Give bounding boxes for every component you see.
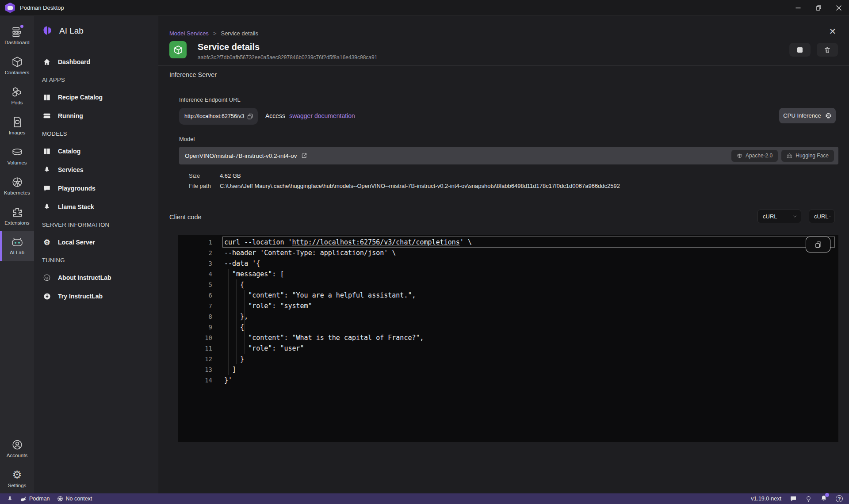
model-bar: OpenVINO/mistral-7B-instruct-v0.2-int4-o…	[179, 147, 838, 164]
sidebar-item-local-server[interactable]: ⚙ Local Server	[34, 233, 158, 252]
sidebar-item-dashboard[interactable]: Dashboard	[34, 53, 158, 71]
rail-item-extensions[interactable]: Extensions	[0, 201, 34, 231]
lightbulb-icon[interactable]	[805, 496, 812, 502]
breadcrumb-model-services[interactable]: Model Services	[169, 30, 209, 37]
version-label: v1.19.0-next	[751, 496, 781, 502]
sidebar-item-label: Catalog	[58, 148, 80, 155]
copy-code-button[interactable]	[806, 237, 830, 252]
sidebar-title: AI Lab	[59, 26, 84, 36]
rail-item-ai-lab[interactable]: AI Lab	[0, 231, 34, 261]
feedback-bubble-icon[interactable]	[790, 495, 797, 502]
kube-context-status[interactable]: No context	[57, 496, 92, 502]
code-text: ' \	[460, 238, 472, 246]
context-label: No context	[66, 496, 92, 502]
sidebar-item-label: About InstructLab	[58, 274, 111, 281]
sidebar-item-catalog[interactable]: Catalog	[34, 142, 158, 160]
close-icon	[836, 5, 842, 11]
line-number: 2	[178, 248, 212, 258]
podman-seal-icon	[20, 496, 27, 502]
rail-item-volumes[interactable]: Volumes	[0, 141, 34, 171]
access-row: Access swagger documentation	[265, 112, 355, 119]
images-icon	[11, 116, 23, 128]
line-number: 1	[178, 237, 212, 248]
notification-dot	[20, 25, 23, 28]
model-name: OpenVINO/mistral-7B-instruct-v0.2-int4-o…	[185, 153, 307, 159]
endpoint-url-label: Inference Endpoint URL	[179, 96, 241, 103]
size-row: Size 4.62 GB	[189, 172, 241, 179]
rail-label: Extensions	[4, 220, 29, 225]
page-title: Service details	[198, 42, 260, 52]
rail-item-pods[interactable]: Pods	[0, 80, 34, 111]
huggingface-badge[interactable]: Hugging Face	[781, 150, 834, 162]
podman-machine-status[interactable]: Podman	[20, 496, 50, 502]
swagger-documentation-link[interactable]: swagger documentation	[289, 112, 355, 119]
sidebar-item-label: Try InstructLab	[58, 293, 103, 300]
breadcrumb-current: Service details	[221, 30, 258, 37]
chevron-down-icon	[829, 214, 831, 219]
scales-icon	[737, 153, 742, 159]
license-badge[interactable]: Apache-2.0	[731, 150, 778, 162]
sidebar-item-label: Local Server	[58, 239, 95, 246]
instructlab-icon	[43, 274, 51, 282]
line-number: 3	[178, 258, 212, 269]
rail-label: Settings	[8, 483, 27, 488]
sidebar-item-recipe-catalog[interactable]: Recipe Catalog	[34, 88, 158, 107]
app-title: Podman Desktop	[20, 4, 788, 11]
code-line: 2--header 'Content-Type: application/jso…	[178, 248, 838, 258]
sidebar-item-llama-stack[interactable]: Llama Stack	[34, 198, 158, 216]
rail-item-containers[interactable]: Containers	[0, 50, 34, 80]
chevron-down-icon	[792, 214, 797, 219]
rail-item-dashboard[interactable]: Dashboard	[0, 20, 34, 50]
code-text: "content": "You are a helpful assistant.…	[224, 290, 416, 301]
close-details-button[interactable]: ✕	[828, 27, 838, 36]
line-number: 9	[178, 322, 212, 332]
rail-item-kubernetes[interactable]: Kubernetes	[0, 171, 34, 201]
breadcrumb-separator: >	[213, 30, 217, 37]
rail-item-accounts[interactable]: Accounts	[0, 433, 34, 463]
delete-service-button[interactable]	[817, 43, 838, 57]
language-select-value: cURL	[763, 213, 777, 220]
main-content: Model Services > Service details ✕ Servi…	[158, 16, 849, 493]
language-select[interactable]: cURL	[757, 210, 801, 223]
registry-badge-label: Hugging Face	[795, 153, 829, 159]
sidebar-item-running[interactable]: Running	[34, 107, 158, 125]
sidebar-section-server-information: SERVER INFORMATION	[34, 216, 158, 233]
line-number: 11	[178, 343, 212, 354]
sidebar-item-services[interactable]: Services	[34, 160, 158, 179]
close-window-button[interactable]	[829, 0, 849, 16]
restore-icon	[815, 5, 822, 11]
minimize-button[interactable]	[788, 0, 808, 16]
code-line: 10 "content": "What is the capital of Fr…	[178, 332, 838, 343]
sidebar-header: AI Lab	[34, 16, 158, 37]
code-editor[interactable]: 1 curl --location 'http://localhost:6275…	[178, 235, 838, 442]
line-number: 8	[178, 311, 212, 322]
pin-button[interactable]	[7, 496, 13, 502]
cpu-badge-label: CPU Inference	[783, 112, 821, 119]
external-link-icon[interactable]	[301, 153, 307, 159]
code-text: --header 'Content-Type: application/json…	[224, 248, 396, 258]
help-icon[interactable]: ?	[836, 495, 843, 502]
rail-item-images[interactable]: Images	[0, 111, 34, 141]
sidebar-item-label: Playgrounds	[58, 185, 96, 192]
endpoint-url-box: http://localhost:62756/v3	[179, 108, 258, 125]
copy-url-icon[interactable]	[247, 113, 253, 120]
title-bar: Podman Desktop	[0, 0, 849, 16]
notifications-button[interactable]	[820, 495, 827, 503]
rail-item-settings[interactable]: ⚙ Settings	[0, 463, 34, 493]
line-number: 5	[178, 279, 212, 290]
sidebar-item-playgrounds[interactable]: Playgrounds	[34, 179, 158, 198]
code-text: "messages": [	[224, 269, 284, 279]
rail-label: Dashboard	[4, 40, 29, 45]
code-text: "role": "system"	[224, 301, 312, 311]
variant-select[interactable]: cURL	[809, 210, 835, 223]
stop-service-button[interactable]	[789, 43, 811, 57]
sidebar-item-try-instructlab[interactable]: Try InstructLab	[34, 287, 158, 305]
sidebar-item-label: Recipe Catalog	[58, 94, 103, 101]
code-text: "content": "What is the capital of Franc…	[224, 332, 424, 343]
code-line: 1 curl --location 'http://localhost:6275…	[178, 237, 838, 248]
sidebar-item-about-instructlab[interactable]: About InstructLab	[34, 268, 158, 287]
service-cube-icon	[169, 41, 187, 58]
restore-button[interactable]	[808, 0, 829, 16]
notification-dot	[825, 493, 829, 497]
line-number: 12	[178, 354, 212, 364]
